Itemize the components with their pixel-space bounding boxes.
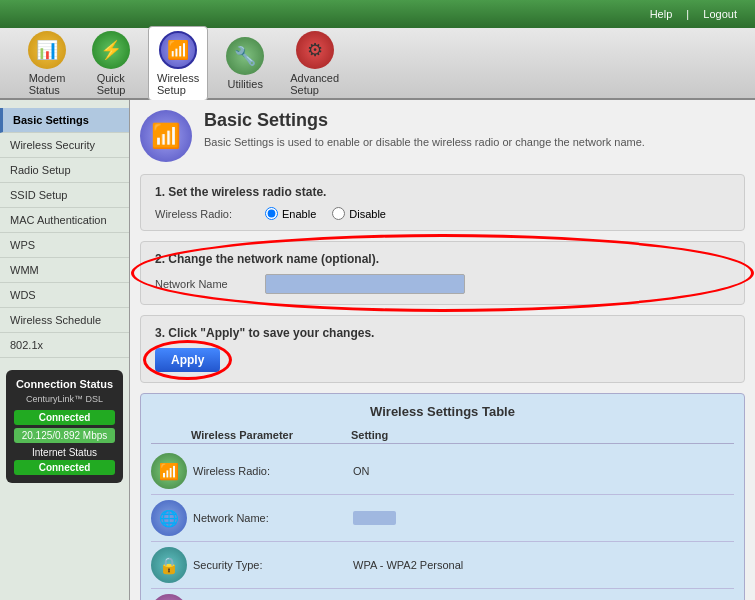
nav-utilities[interactable]: 🔧 Utilities [218,33,272,94]
nav-advanced[interactable]: ⚙ AdvancedSetup [282,27,347,100]
sidebar-item-wmm[interactable]: WMM [0,258,129,283]
network-name-label: Network Name [155,278,255,290]
wireless-label: WirelessSetup [157,72,199,96]
sidebar-item-mac-auth[interactable]: MAC Authentication [0,208,129,233]
sidebar: Basic Settings Wireless Security Radio S… [0,100,130,600]
quick-label: QuickSetup [97,72,126,96]
radio-label: Wireless Radio: [155,208,255,220]
sidebar-item-wireless-schedule[interactable]: Wireless Schedule [0,308,129,333]
wst-setting-2-value [353,511,396,525]
red-oval-annotation [131,234,754,312]
wst-row-icon-4: 🔑 [151,594,187,600]
section-radio-title: 1. Set the wireless radio state. [155,185,730,199]
conn-internet-label: Internet Status [14,447,115,458]
connection-status-panel: Connection Status CenturyLink™ DSL Conne… [6,370,123,483]
conn-internet-badge: Connected [14,460,115,475]
top-bar: Help | Logout [0,0,755,28]
wst-row-icon-3: 🔒 [151,547,187,583]
wst-setting-1: ON [353,465,734,477]
sidebar-item-wireless-security[interactable]: Wireless Security [0,133,129,158]
sidebar-item-radio-setup[interactable]: Radio Setup [0,158,129,183]
wst-param-2: Network Name: [193,512,353,524]
advanced-icon: ⚙ [296,31,334,69]
wst-setting-3: WPA - WPA2 Personal [353,559,734,571]
disable-radio-label[interactable]: Disable [332,207,386,220]
section-apply-title: 3. Click "Apply" to save your changes. [155,326,730,340]
wireless-icon: 📶 [159,31,197,69]
sidebar-item-wps[interactable]: WPS [0,233,129,258]
radio-form-row: Wireless Radio: Enable Disable [155,207,730,220]
wst-row-icon-2: 🌐 [151,500,187,536]
page-header: 📶 Basic Settings Basic Settings is used … [140,110,745,162]
content-area: 📶 Basic Settings Basic Settings is used … [130,100,755,600]
network-name-input[interactable] [265,274,465,294]
radio-group: Enable Disable [265,207,386,220]
modem-label: ModemStatus [29,72,66,96]
wst-param-3: Security Type: [193,559,353,571]
table-row-security-key: 🔑 Security Key/Passphrase: [151,589,734,600]
sidebar-item-8021x[interactable]: 802.1x [0,333,129,358]
conn-brand: CenturyLink™ DSL [14,394,115,404]
help-link[interactable]: Help [650,8,673,20]
nav-quick[interactable]: ⚡ QuickSetup [84,27,138,100]
wst-param-1: Wireless Radio: [193,465,353,477]
conn-connected-badge: Connected [14,410,115,425]
section-apply: 3. Click "Apply" to save your changes. A… [140,315,745,383]
wst-row-icon-1: 📶 [151,453,187,489]
table-row-security-type: 🔒 Security Type: WPA - WPA2 Personal [151,542,734,589]
nav-modem[interactable]: 📊 ModemStatus [20,27,74,100]
enable-radio-label[interactable]: Enable [265,207,316,220]
sidebar-item-basic-settings[interactable]: Basic Settings [0,108,129,133]
table-row-network-name: 🌐 Network Name: [151,495,734,542]
page-header-text: Basic Settings Basic Settings is used to… [204,110,645,150]
page-description: Basic Settings is used to enable or disa… [204,135,645,150]
page-title: Basic Settings [204,110,645,131]
wst-col1-header: Wireless Parameter [191,429,351,441]
modem-icon: 📊 [28,31,66,69]
utilities-icon: 🔧 [226,37,264,75]
top-bar-links: Help | Logout [642,8,745,20]
disable-radio[interactable] [332,207,345,220]
page-header-icon: 📶 [140,110,192,162]
disable-label: Disable [349,208,386,220]
quick-icon: ⚡ [92,31,130,69]
logout-link[interactable]: Logout [703,8,737,20]
sidebar-item-wds[interactable]: WDS [0,283,129,308]
conn-status-title: Connection Status [14,378,115,390]
section-network-title: 2. Change the network name (optional). [155,252,730,266]
section-radio: 1. Set the wireless radio state. Wireles… [140,174,745,231]
enable-label: Enable [282,208,316,220]
conn-speed: 20.125/0.892 Mbps [14,428,115,443]
wst-header-row: Wireless Parameter Setting [151,427,734,444]
wst-setting-2 [353,511,734,525]
network-name-form-row: Network Name [155,274,730,294]
section-network-name: 2. Change the network name (optional). N… [140,241,745,305]
wst-title: Wireless Settings Table [151,404,734,419]
wst-col2-header: Setting [351,429,734,441]
wireless-settings-table: Wireless Settings Table Wireless Paramet… [140,393,745,600]
nav-icons-row: 📊 ModemStatus ⚡ QuickSetup 📶 WirelessSet… [0,28,755,100]
sidebar-item-ssid-setup[interactable]: SSID Setup [0,183,129,208]
table-row-wireless-radio: 📶 Wireless Radio: ON [151,448,734,495]
apply-button[interactable]: Apply [155,348,220,372]
main-layout: Basic Settings Wireless Security Radio S… [0,100,755,600]
nav-wireless[interactable]: 📶 WirelessSetup [148,26,208,101]
apply-btn-wrapper: Apply [155,348,220,372]
utilities-label: Utilities [227,78,262,90]
advanced-label: AdvancedSetup [290,72,339,96]
enable-radio[interactable] [265,207,278,220]
